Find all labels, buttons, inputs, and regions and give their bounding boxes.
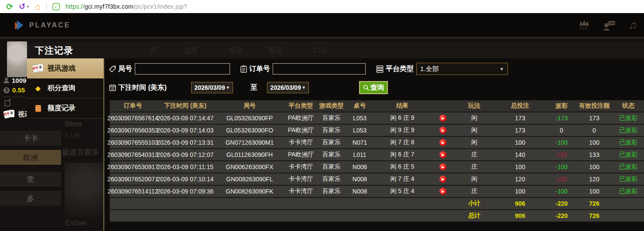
url-host: gci.myf7f3bx.com — [85, 3, 134, 10]
cell-game-type: 百家乐 — [317, 161, 346, 173]
summary-valid-bet: 726 — [577, 198, 612, 209]
customer-service-button[interactable] — [603, 20, 616, 31]
table-row: 2603090765603532026-03-09 07:14:03GL0532… — [110, 125, 644, 137]
cell-empty — [612, 210, 644, 221]
cell-platform: PA欧洲厅 — [284, 149, 317, 160]
cell-order: 260309076530917 — [110, 161, 156, 173]
tag-icon — [109, 65, 116, 72]
platform-type-select[interactable]: 1.全部 ▼ — [416, 63, 508, 75]
platform-type-value: 1.全部 — [420, 65, 439, 73]
brand-name: PLAYACE — [29, 21, 71, 29]
cell-replay: ▶ — [431, 137, 455, 148]
vip-label: VIP — [579, 27, 589, 31]
date-from-picker[interactable]: 2026/03/09 ▼ — [191, 82, 233, 93]
replay-play-button[interactable]: ▶ — [439, 127, 446, 134]
money-bag-icon: $ — [3, 87, 10, 93]
address-bar[interactable]: https://gci.myf7f3bx.com/pc/pcv1/index.j… — [65, 3, 187, 10]
background-tab: 乐 — [149, 46, 156, 55]
chevron-down-icon: ▼ — [302, 85, 306, 90]
brand-logo: PLAYACE — [13, 19, 71, 31]
replay-play-button[interactable]: ▶ — [439, 188, 446, 195]
column-header: 有效投注额 — [577, 100, 612, 112]
playace-mark-icon — [13, 19, 25, 31]
chevron-down-icon: ▼ — [500, 67, 504, 71]
status-badge: 已派彩 — [612, 186, 644, 197]
column-header: 状态 — [612, 100, 644, 112]
cell-order: 260309076555103 — [110, 137, 156, 148]
cell-play-type: 闲 — [455, 112, 494, 124]
points-value: 1009 — [12, 77, 26, 84]
to-label: 至 — [250, 83, 257, 92]
cell-valid-bet: 0 — [577, 125, 612, 136]
summary-valid-bet: 726 — [577, 210, 612, 221]
cell-round: GL053263090FO — [215, 125, 284, 136]
cell-table: N008 — [346, 186, 374, 197]
cards-icon: K♥9 — [3, 109, 15, 119]
clipboard-icon — [240, 65, 247, 73]
secure-shield-icon: ✓ — [52, 3, 60, 10]
cell-round: GL011263090FH — [215, 149, 284, 160]
crown-icon — [579, 20, 589, 26]
replay-play-button[interactable]: ▶ — [439, 139, 446, 146]
cell-platform: PA欧洲厅 — [284, 125, 317, 136]
cell-result: 闲 6 庄 5 — [374, 161, 431, 173]
date-to-picker[interactable]: 2026/03/09 ▼ — [267, 82, 309, 93]
cell-replay: ▶ — [431, 112, 455, 124]
edit-icon — [4, 100, 10, 106]
date-from-value: 2026/03/09 — [195, 84, 225, 91]
vip-button[interactable]: VIP — [579, 20, 589, 31]
search-button[interactable]: 查询 — [359, 81, 388, 94]
sidebar-item-0[interactable]: K♥9视讯游戏 — [27, 58, 110, 78]
back-button[interactable]: ↺ ▼ — [19, 3, 30, 10]
background-nav-video-games: K♥9 视讯游戏 — [3, 109, 30, 119]
cell-empty — [156, 210, 215, 221]
order-number-input[interactable] — [273, 63, 366, 75]
replay-play-button[interactable]: ▶ — [439, 176, 446, 183]
cell-game-type: 百家乐 — [317, 149, 346, 160]
avatar — [7, 41, 27, 77]
cell-game-type: 百家乐 — [317, 137, 346, 148]
status-badge: 已派彩 — [612, 112, 644, 124]
replay-play-button[interactable]: ▶ — [439, 151, 446, 158]
cell-time: 2026-03-09 07:09:36 — [156, 186, 215, 197]
grandtotal-row: 总计906-220726 — [110, 210, 644, 222]
cell-time: 2026-03-09 07:11:15 — [156, 161, 215, 173]
modal-title-bar: 乐龙虎轮盘骰宝21点 下注记录 — [27, 42, 644, 58]
column-header — [431, 100, 455, 112]
sidebar-item-label: 视讯游戏 — [48, 64, 75, 73]
refresh-icon[interactable]: ⟳ — [6, 3, 13, 11]
sidebar-item-2[interactable]: 额度记录 — [27, 99, 103, 119]
music-note-icon[interactable]: ♫ — [629, 18, 637, 32]
cell-play-type: 闲 — [455, 125, 494, 136]
cell-time: 2026-03-09 07:14:47 — [156, 112, 215, 124]
replay-play-button[interactable]: ▶ — [439, 115, 446, 122]
replay-play-button[interactable]: ▶ — [439, 163, 446, 170]
status-badge: 已派彩 — [612, 173, 644, 185]
cell-replay: ▶ — [431, 125, 455, 136]
home-icon[interactable]: ⌂ — [35, 2, 41, 11]
person-icon — [3, 78, 9, 83]
cell-total-bet: 173 — [494, 125, 546, 136]
cell-empty — [215, 198, 284, 209]
cell-empty — [317, 198, 346, 209]
cell-empty — [612, 198, 644, 209]
cell-result: 闲 7 庄 4 — [374, 173, 431, 185]
sidebar-item-1[interactable]: ◆积分查询 — [27, 78, 103, 99]
cell-total-bet: 100 — [494, 186, 546, 197]
cell-play-type: 庄 — [455, 149, 494, 160]
cell-order: 260309076514112 — [110, 186, 156, 197]
cell-replay: ▶ — [431, 173, 455, 185]
url-path: /pc/pcv1/index.jsp? — [134, 3, 187, 10]
cell-payout: 0 — [546, 125, 577, 136]
cell-platform: 卡卡湾厅 — [284, 137, 317, 148]
order-number-label: 订单号 — [249, 65, 270, 74]
cell-payout: -100 — [546, 186, 577, 197]
cell-payout: -173 — [546, 112, 577, 124]
bet-time-label: 下注时间 (美东) — [118, 83, 167, 92]
status-badge: 已派彩 — [612, 137, 644, 148]
round-number-input[interactable] — [135, 63, 230, 75]
cell-total-bet: 173 — [494, 112, 546, 124]
browser-toolbar: ⟳ ↺ ▼ ⌂ ✓ https://gci.myf7f3bx.com/pc/pc… — [0, 0, 644, 13]
modal-content: 局号 订单号 — [104, 58, 644, 231]
cell-round: GN008263090FL — [215, 173, 284, 185]
